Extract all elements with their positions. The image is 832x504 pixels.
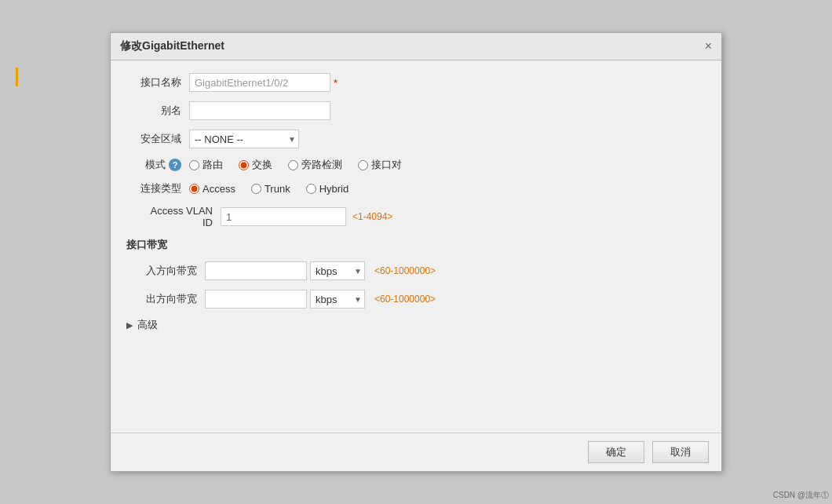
inbound-bandwidth-wrap: kbps Mbps ▼ <60-1000000>: [205, 261, 436, 280]
mode-option-pair[interactable]: 接口对: [358, 158, 402, 172]
security-zone-select-wrap: -- NONE -- ▼: [189, 130, 299, 148]
outbound-bandwidth-input[interactable]: [205, 290, 307, 309]
access-vlan-hint: <1-4094>: [352, 211, 392, 222]
mode-option-bypass[interactable]: 旁路检测: [288, 158, 342, 172]
titlebar: 修改GigabitEthernet ×: [111, 33, 721, 60]
bandwidth-section: 接口带宽 入方向带宽 kbps Mbps ▼ <60-1000000>: [126, 238, 706, 309]
chevron-right-icon: ▶: [126, 320, 133, 331]
inbound-row: 入方向带宽 kbps Mbps ▼ <60-1000000>: [126, 261, 706, 280]
confirm-button[interactable]: 确定: [588, 441, 644, 463]
advanced-row[interactable]: ▶ 高级: [126, 318, 706, 332]
watermark: CSDN @流年①: [773, 490, 829, 501]
access-vlan-row: Access VLAN ID <1-4094>: [126, 205, 706, 228]
alias-label: 别名: [126, 104, 189, 118]
dialog: 修改GigabitEthernet × 接口名称 * 别名 安全区域 -- NO…: [110, 32, 722, 472]
mode-option-route[interactable]: 路由: [189, 158, 223, 172]
dialog-title: 修改GigabitEthernet: [120, 39, 224, 53]
outbound-label: 出方向带宽: [142, 292, 205, 306]
connection-type-hybrid[interactable]: Hybrid: [306, 183, 349, 195]
outbound-unit-select[interactable]: kbps Mbps: [310, 290, 365, 309]
mode-row: 模式 ? 路由 交换 旁路检测 接口对: [126, 158, 706, 172]
outbound-hint: <60-1000000>: [374, 294, 436, 305]
interface-name-input[interactable]: [189, 73, 330, 92]
inbound-unit-select-wrap: kbps Mbps ▼: [310, 261, 365, 280]
interface-name-label: 接口名称: [126, 75, 189, 89]
connection-type-radio-group: Access Trunk Hybrid: [189, 183, 348, 195]
alias-input[interactable]: [189, 101, 330, 120]
help-icon[interactable]: ?: [169, 159, 181, 171]
outbound-unit-select-wrap: kbps Mbps ▼: [310, 290, 365, 309]
required-star: *: [334, 77, 338, 89]
cancel-button[interactable]: 取消: [652, 441, 709, 463]
mode-option-switch[interactable]: 交换: [239, 158, 272, 172]
dialog-footer: 确定 取消: [111, 433, 721, 471]
security-zone-row: 安全区域 -- NONE -- ▼: [126, 130, 706, 148]
dialog-body: 接口名称 * 别名 安全区域 -- NONE -- ▼ 模式 ?: [111, 60, 721, 433]
inbound-label: 入方向带宽: [142, 264, 205, 278]
inbound-unit-select[interactable]: kbps Mbps: [310, 261, 365, 280]
connection-type-label: 连接类型: [126, 181, 189, 195]
mode-radio-group: 路由 交换 旁路检测 接口对: [189, 158, 402, 172]
access-vlan-label: Access VLAN ID: [150, 205, 221, 228]
security-zone-label: 安全区域: [126, 132, 189, 146]
connection-type-trunk[interactable]: Trunk: [251, 183, 290, 195]
inbound-bandwidth-input[interactable]: [205, 261, 307, 280]
mode-label: 模式 ?: [126, 158, 189, 172]
bandwidth-section-title: 接口带宽: [126, 238, 706, 252]
outbound-bandwidth-wrap: kbps Mbps ▼ <60-1000000>: [205, 290, 436, 309]
security-zone-select[interactable]: -- NONE --: [189, 130, 299, 148]
access-vlan-input[interactable]: [221, 207, 346, 226]
outbound-row: 出方向带宽 kbps Mbps ▼ <60-1000000>: [126, 290, 706, 309]
inbound-hint: <60-1000000>: [374, 265, 436, 276]
close-button[interactable]: ×: [705, 40, 712, 53]
connection-type-access[interactable]: Access: [189, 183, 235, 195]
connection-type-row: 连接类型 Access Trunk Hybrid: [126, 181, 706, 195]
interface-name-row: 接口名称 *: [126, 73, 706, 92]
advanced-label: 高级: [137, 318, 158, 332]
alias-row: 别名: [126, 101, 706, 120]
